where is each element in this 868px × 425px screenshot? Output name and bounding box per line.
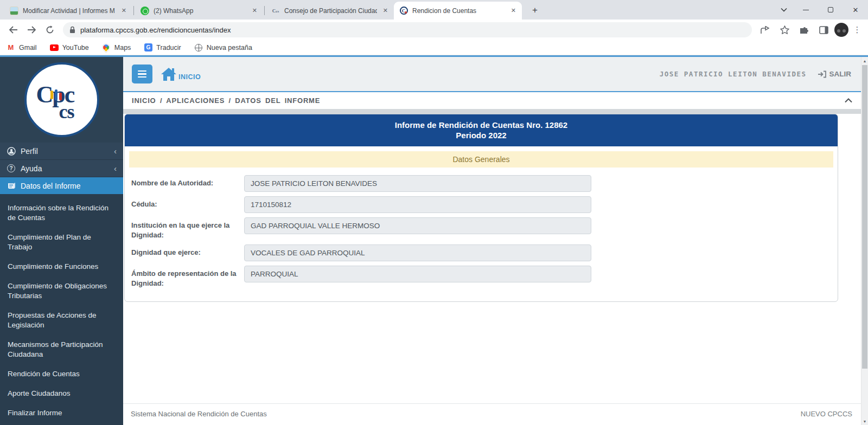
minimize-button[interactable] <box>793 0 818 20</box>
help-icon: ? <box>7 164 16 173</box>
new-tab-button[interactable]: + <box>527 3 542 18</box>
page-scrollbar[interactable]: ▲ ▼ <box>861 57 868 425</box>
header-right: JOSE PATRICIO LEITON BENAVIDES SALIR <box>660 70 851 78</box>
tab-title: Modificar Actividad | Informes M <box>23 7 116 15</box>
bookmark-label: Maps <box>114 44 131 51</box>
tab-whatsapp[interactable]: (2) WhatsApp ✕ <box>135 2 263 20</box>
home-link[interactable]: INICIO <box>160 67 201 82</box>
gmail-icon: M <box>7 43 15 52</box>
app-header: INICIO JOSE PATRICIO LEITON BENAVIDES SA… <box>123 57 861 92</box>
tab-close-icon[interactable]: ✕ <box>120 7 128 15</box>
cpccs-logo-circle: Cpccs <box>24 62 99 137</box>
forward-icon[interactable] <box>23 21 40 38</box>
tab-close-icon[interactable]: ✕ <box>251 7 259 15</box>
browser-menu-icon[interactable]: ⋮ <box>851 25 864 35</box>
address-bar[interactable]: plataforma.cpccs.gob.ec/rendicioncuentas… <box>63 22 752 37</box>
url-text: plataforma.cpccs.gob.ec/rendicioncuentas… <box>80 26 231 34</box>
form-row: Nombre de la Autoridad: <box>131 175 838 192</box>
tab-rendicion-cuentas-active[interactable]: C Rendicion de Cuentas ✕ <box>394 2 522 20</box>
field-label-dignidad: Dignidad que ejerce: <box>131 244 244 257</box>
tab-modificar-actividad[interactable]: Modificar Actividad | Informes M ✕ <box>4 2 132 20</box>
sidebar-item-perfil[interactable]: Perfil ‹ <box>0 143 123 160</box>
tab-strip: Modificar Actividad | Informes M ✕ (2) W… <box>0 0 868 20</box>
bookmark-label: YouTube <box>62 44 89 51</box>
sidebar: Cpccs Perfil ‹ ? Ayuda ‹ Datos del Infor… <box>0 57 123 425</box>
user-icon <box>7 146 16 156</box>
report-card: Informe de Rendición de Cuentas Nro. 128… <box>124 114 838 302</box>
bookmark-youtube[interactable]: YouTube <box>50 43 89 52</box>
sidebar-item-mecanismos-participacion[interactable]: Mecanismos de Participación Ciudadana <box>0 335 123 364</box>
sidebar-item-label: Datos del Informe <box>21 182 81 190</box>
extensions-icon[interactable] <box>795 21 813 38</box>
bookmark-nueva-pestana[interactable]: Nueva pestaña <box>194 43 252 52</box>
sidebar-item-obligaciones-tributarias[interactable]: Cumplimiento de Obligaciones Tributarias <box>0 276 123 306</box>
field-label-ambito: Ámbito de representación de la Dignidad: <box>131 266 244 288</box>
logged-user-name: JOSE PATRICIO LEITON BENAVIDES <box>660 70 807 78</box>
field-input-cedula[interactable] <box>244 196 591 213</box>
sidebar-item-cumplimiento-funciones[interactable]: Cumplimiento de Funciones <box>0 257 123 276</box>
tab-consejo-participacion[interactable]: Ccs Consejo de Participación Ciudada ✕ <box>266 2 394 20</box>
hamburger-menu-button[interactable] <box>132 65 152 83</box>
field-label-institucion: Institución en la que ejerce la Dignidad… <box>131 217 244 240</box>
form-row: Ámbito de representación de la Dignidad: <box>131 266 838 288</box>
sidebar-item-finalizar-informe[interactable]: Finalizar Informe <box>0 403 123 423</box>
translate-icon: G <box>144 43 152 52</box>
field-input-nombre-autoridad[interactable] <box>244 175 591 192</box>
sidebar-item-rendicion-de-cuentas[interactable]: Rendición de Cuentas <box>0 364 123 384</box>
back-icon[interactable] <box>4 21 22 38</box>
tab-close-icon[interactable]: ✕ <box>381 7 390 15</box>
sidebar-submenu: Información sobre la Rendición de Cuenta… <box>0 194 123 423</box>
maximize-button[interactable] <box>818 0 843 20</box>
profile-avatar[interactable] <box>834 23 848 37</box>
report-title: Informe de Rendición de Cuentas Nro. 128… <box>125 120 838 130</box>
share-icon[interactable] <box>756 21 774 38</box>
bookmark-star-icon[interactable] <box>776 21 793 38</box>
sidebar-item-label: Perfil <box>21 147 38 156</box>
window-close-button[interactable]: ✕ <box>843 0 868 20</box>
sidebar-item-propuestas-legislacion[interactable]: Propuestas de Acciones de Legislación <box>0 306 123 335</box>
tab-title: Rendicion de Cuentas <box>412 7 505 15</box>
sidebar-item-label: Ayuda <box>21 164 42 173</box>
tab-search-chevron-icon[interactable] <box>775 0 793 20</box>
cpccs-logo: Cpccs <box>0 57 123 143</box>
footer-brand: NUEVO CPCCS <box>801 410 852 418</box>
report-banner: Informe de Rendición de Cuentas Nro. 128… <box>125 114 838 146</box>
scroll-up-icon[interactable]: ▲ <box>863 57 867 65</box>
window-controls: ✕ <box>775 0 868 20</box>
bookmark-label: Gmail <box>19 44 37 51</box>
lock-icon <box>69 26 75 34</box>
report-period: Periodo 2022 <box>125 130 838 140</box>
cpccs-text-favicon: Ccs <box>271 7 280 15</box>
whatsapp-favicon <box>141 7 149 15</box>
reload-icon[interactable] <box>41 21 59 38</box>
globe-icon <box>194 43 203 52</box>
sidebar-item-informacion-rendicion[interactable]: Información sobre la Rendición de Cuenta… <box>0 198 123 228</box>
collapse-chevron-up-icon[interactable] <box>845 98 852 103</box>
field-label-cedula: Cédula: <box>131 196 244 209</box>
field-input-ambito[interactable] <box>244 266 591 282</box>
scroll-down-icon[interactable]: ▼ <box>863 417 867 425</box>
bookmark-traducir[interactable]: G Traducir <box>144 43 181 52</box>
sidebar-item-aporte-ciudadanos[interactable]: Aporte Ciudadanos <box>0 384 123 403</box>
page-footer: Sistema Nacional de Rendición de Cuentas… <box>123 403 861 425</box>
side-panel-icon[interactable] <box>815 21 832 38</box>
cpccs-logo-favicon: C <box>399 7 408 15</box>
field-input-dignidad[interactable] <box>244 244 591 261</box>
main-area: INICIO JOSE PATRICIO LEITON BENAVIDES SA… <box>123 57 861 425</box>
bookmark-gmail[interactable]: M Gmail <box>7 43 37 52</box>
form-row: Dignidad que ejerce: <box>131 244 838 261</box>
home-label: INICIO <box>178 73 201 81</box>
book-icon <box>7 181 16 190</box>
scrollbar-track[interactable] <box>861 65 868 417</box>
logout-button[interactable]: SALIR <box>818 70 852 78</box>
tab-close-icon[interactable]: ✕ <box>509 7 518 15</box>
field-input-institucion[interactable] <box>244 217 591 234</box>
sidebar-item-ayuda[interactable]: ? Ayuda ‹ <box>0 160 123 177</box>
maps-icon <box>102 43 111 52</box>
form-row: Institución en la que ejerce la Dignidad… <box>131 217 838 240</box>
scrollbar-thumb[interactable] <box>862 65 867 369</box>
landscape-favicon <box>10 7 18 15</box>
sidebar-item-cumplimiento-plan-trabajo[interactable]: Cumplimiento del Plan de Trabajo <box>0 228 123 257</box>
bookmark-maps[interactable]: Maps <box>102 43 131 52</box>
sidebar-item-datos-del-informe[interactable]: Datos del Informe <box>0 177 123 194</box>
